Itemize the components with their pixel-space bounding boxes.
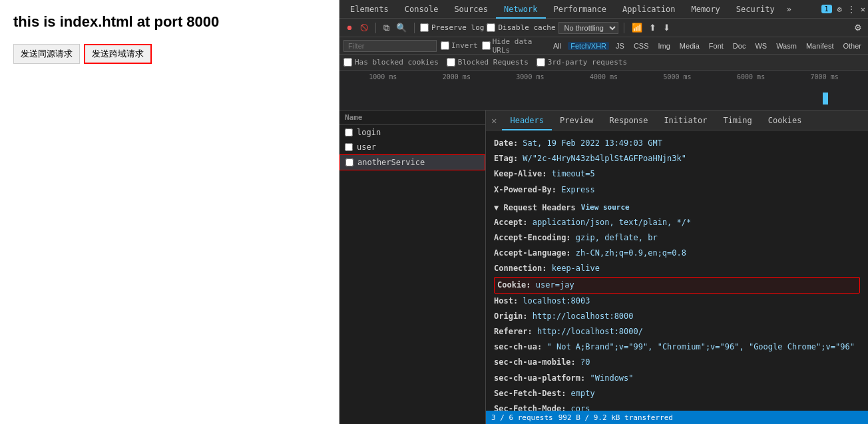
more-options-icon[interactable]: ⋮ — [847, 5, 855, 14]
req-header-referer: Referer: http://localhost:8000/ — [494, 324, 860, 339]
request-list: Name login user anotherService — [339, 110, 486, 424]
disable-cache-label: Disable cache — [487, 23, 555, 32]
tab-sources[interactable]: Sources — [446, 0, 496, 19]
req-header-sec-fetch-mode: Sec-Fetch-Mode: cors — [494, 401, 860, 411]
record-btn[interactable]: ⏺ — [343, 22, 355, 34]
blocked-requests-checkbox[interactable] — [447, 58, 455, 67]
header-x-powered-by: X-Powered-By: Express — [494, 182, 860, 198]
transfer-size: 992 B / 9.2 kB transferred — [558, 413, 673, 422]
devtools-panel: Elements Console Sources Network Perform… — [339, 0, 868, 424]
request-another-checkbox[interactable] — [345, 158, 353, 166]
filter-other[interactable]: Other — [840, 42, 864, 50]
third-party-check: 3rd-party requests — [537, 58, 627, 67]
detail-close-btn[interactable]: ✕ — [486, 110, 502, 130]
tab-application[interactable]: Application — [614, 0, 683, 19]
status-bar: 3 / 6 requests 992 B / 9.2 kB transferre… — [486, 411, 868, 424]
tab-performance[interactable]: Performance — [546, 0, 614, 19]
filter-ws[interactable]: WS — [752, 42, 769, 50]
request-headers-title: ▼ Request Headers View source — [494, 203, 860, 212]
req-header-sec-fetch-dest: Sec-Fetch-Dest: empty — [494, 386, 860, 401]
has-blocked-cookies-check: Has blocked cookies — [343, 58, 439, 67]
tab-elements[interactable]: Elements — [342, 0, 397, 19]
invert-check: Invert — [441, 41, 478, 50]
timeline-labels: 1000 ms 2000 ms 3000 ms 4000 ms 5000 ms … — [339, 73, 868, 81]
clear-btn[interactable]: 🚫 — [358, 22, 370, 34]
tab-security[interactable]: Security — [728, 0, 783, 19]
separator-2 — [414, 23, 415, 33]
request-count: 3 / 6 requests — [491, 413, 553, 422]
upload-icon[interactable]: ⬆ — [647, 23, 658, 33]
disable-cache-checkbox[interactable] — [487, 23, 495, 32]
request-item-another-service[interactable]: anotherService — [339, 154, 485, 170]
req-header-accept: Accept: application/json, text/plain, */… — [494, 215, 860, 230]
invert-checkbox[interactable] — [441, 41, 449, 50]
filter-media[interactable]: Media — [677, 42, 702, 50]
req-header-sec-ch-ua-platform: sec-ch-ua-platform: "Windows" — [494, 371, 860, 386]
filter-manifest[interactable]: Manifest — [803, 42, 837, 50]
detail-tab-timing[interactable]: Timing — [715, 110, 760, 130]
has-blocked-cookies-checkbox[interactable] — [343, 58, 352, 67]
request-item-login[interactable]: login — [339, 125, 485, 140]
detail-tab-preview[interactable]: Preview — [552, 110, 602, 130]
filter-img[interactable]: Img — [656, 42, 673, 50]
throttle-select[interactable]: No throttling — [558, 22, 618, 34]
preserve-log-label: Preserve log — [420, 23, 484, 32]
header-date: Date: Sat, 19 Feb 2022 13:49:03 GMT — [494, 136, 860, 151]
filter-js[interactable]: JS — [613, 42, 627, 50]
detail-tab-cookies[interactable]: Cookies — [760, 110, 810, 130]
request-login-checkbox[interactable] — [345, 128, 353, 136]
filter-doc[interactable]: Doc — [730, 42, 749, 50]
tab-icons: 1 ⚙ ⋮ ✕ — [821, 5, 866, 14]
close-devtools-icon[interactable]: ✕ — [861, 5, 865, 14]
req-header-accept-encoding: Accept-Encoding: gzip, deflate, br — [494, 230, 860, 246]
detail-tab-response[interactable]: Response — [602, 110, 656, 130]
req-header-accept-language: Accept-Language: zh-CN,zh;q=0.9,en;q=0.8 — [494, 246, 860, 261]
request-item-user[interactable]: user — [339, 140, 485, 154]
detail-panel: ✕ Headers Preview Response Initiator Tim… — [486, 110, 868, 424]
request-user-checkbox[interactable] — [345, 143, 353, 151]
preserve-log-checkbox[interactable] — [420, 23, 429, 32]
timeline-bar: 1000 ms 2000 ms 3000 ms 4000 ms 5000 ms … — [339, 71, 868, 110]
timeline-label-2: 2000 ms — [443, 73, 471, 81]
filter-css[interactable]: CSS — [631, 42, 652, 50]
tab-memory[interactable]: Memory — [684, 0, 728, 19]
same-origin-btn[interactable]: 发送同源请求 — [13, 44, 80, 64]
timeline-activity-bar — [823, 93, 828, 105]
settings-icon[interactable]: ⚙ — [837, 5, 842, 14]
download-icon[interactable]: ⬇ — [661, 23, 672, 33]
tab-network[interactable]: Network — [496, 0, 546, 19]
req-header-sec-ch-ua: sec-ch-ua: " Not A;Brand";v="99", "Chrom… — [494, 339, 860, 355]
search-icon[interactable]: 🔍 — [394, 23, 409, 33]
filter-font[interactable]: Font — [706, 42, 726, 50]
blocked-bar: Has blocked cookies Blocked Requests 3rd… — [339, 55, 868, 71]
third-party-checkbox[interactable] — [537, 58, 545, 67]
detail-tab-initiator[interactable]: Initiator — [656, 110, 715, 130]
filter-input[interactable] — [343, 40, 437, 52]
timeline-label-1: 1000 ms — [369, 73, 397, 81]
filter-bar: Invert Hide data URLs All Fetch/XHR JS C… — [339, 37, 868, 55]
filter-wasm[interactable]: Wasm — [773, 42, 799, 50]
filter-icon[interactable]: ⧉ — [381, 23, 391, 33]
view-source-link[interactable]: View source — [581, 203, 630, 212]
network-toolbar: ⏺ 🚫 ⧉ 🔍 Preserve log Disable cache No th… — [339, 19, 868, 37]
tab-more[interactable]: » — [783, 5, 795, 14]
detail-tab-headers[interactable]: Headers — [502, 110, 552, 130]
notification-badge: 1 — [821, 5, 832, 13]
wifi-icon[interactable]: 📶 — [630, 23, 644, 33]
separator-1 — [375, 23, 376, 33]
timeline-label-7: 7000 ms — [811, 73, 839, 81]
filter-all[interactable]: All — [550, 42, 564, 50]
request-list-header: Name — [339, 110, 485, 125]
timeline-label-6: 6000 ms — [737, 73, 765, 81]
req-header-cookie: Cookie: user=jay — [494, 277, 860, 294]
cross-origin-btn[interactable]: 发送跨域请求 — [84, 44, 152, 64]
button-group: 发送同源请求 发送跨域请求 — [13, 44, 326, 64]
hide-data-check: Hide data URLs — [482, 37, 546, 55]
filter-fetch-xhr[interactable]: Fetch/XHR — [568, 42, 609, 50]
detail-content: Date: Sat, 19 Feb 2022 13:49:03 GMT ETag… — [486, 130, 868, 411]
settings-network-icon[interactable]: ⚙ — [852, 23, 864, 33]
hide-data-checkbox[interactable] — [482, 41, 491, 50]
devtools-tab-bar: Elements Console Sources Network Perform… — [339, 0, 868, 19]
header-etag: ETag: W/"2c-4HryN43zb4lplStAGFPoaHNjn3k" — [494, 151, 860, 166]
tab-console[interactable]: Console — [397, 0, 447, 19]
